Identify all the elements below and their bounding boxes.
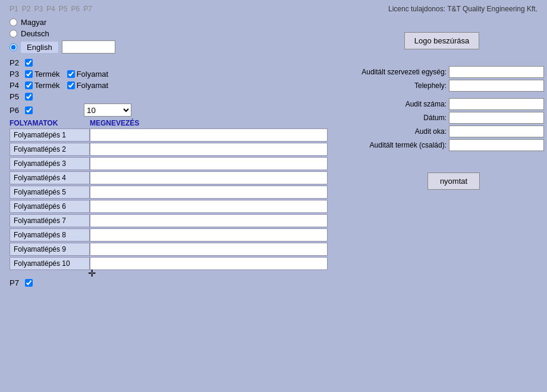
p4-termek-checkbox[interactable] — [25, 81, 33, 89]
col-megnevezes-header: MEGNEVEZÉS — [90, 119, 139, 127]
table-row: Folyamatlépés 9 — [10, 243, 328, 256]
nav-p1: P1 — [10, 5, 18, 13]
process-table: Folyamatlépés 1 Folyamatlépés 2 Folyamat… — [10, 128, 328, 271]
process-label-1: Folyamatlépés 1 — [10, 128, 90, 142]
label-english: English — [21, 42, 58, 53]
audited-unit-row: Auditált szervezeti egység: — [339, 66, 544, 78]
english-text-input[interactable] — [62, 40, 115, 54]
table-row: Folyamatlépés 5 — [10, 186, 328, 199]
datum-row: Dátum: — [339, 112, 544, 124]
radio-deutsch[interactable] — [10, 30, 17, 37]
logo-button[interactable]: Logo beszúrása — [404, 32, 480, 49]
p3-row: P3 Termék Folyamat — [10, 70, 328, 79]
auditalt-termek-label: Auditált termék (család): — [339, 141, 447, 149]
p2-checkbox[interactable] — [25, 59, 33, 67]
language-deutsch-row: Deutsch — [10, 29, 328, 38]
table-row: Folyamatlépés 2 — [10, 143, 328, 156]
nav-items: P1 P2 P3 P4 P5 P6 P7 — [10, 5, 92, 13]
process-label-9: Folyamatlépés 9 — [10, 243, 90, 256]
datum-input[interactable] — [449, 112, 544, 124]
p3-termek-item: Termék — [25, 70, 60, 79]
nav-p4: P4 — [46, 5, 55, 13]
process-label-10: Folyamatlépés 10 — [10, 257, 90, 270]
process-input-7[interactable] — [90, 214, 328, 227]
telephely-input[interactable] — [449, 80, 544, 92]
process-label-6: Folyamatlépés 6 — [10, 200, 90, 213]
p5-label: P5 — [10, 92, 21, 101]
table-section: FOLYAMATOK MEGNEVEZÉS Folyamatlépés 1 Fo… — [10, 119, 328, 271]
table-row: Folyamatlépés 4 — [10, 171, 328, 184]
process-label-3: Folyamatlépés 3 — [10, 157, 90, 170]
nav-p3: P3 — [34, 5, 43, 13]
audit-oka-input[interactable] — [449, 126, 544, 137]
audited-unit-input[interactable] — [449, 66, 544, 78]
col-folyamatok-header: FOLYAMATOK — [10, 119, 90, 127]
p6-checkbox[interactable] — [25, 106, 33, 114]
audit-szama-input[interactable] — [449, 98, 544, 110]
p3-label: P3 — [10, 70, 21, 79]
p-rows: P2 P3 Termék Folyamat — [10, 58, 328, 117]
form-fields: Auditált szervezeti egység: Telephely: A… — [339, 66, 544, 151]
process-input-2[interactable] — [90, 143, 328, 156]
process-input-1[interactable] — [90, 128, 328, 142]
p3-folyamat-checkbox[interactable] — [67, 70, 75, 78]
process-input-10[interactable] — [90, 257, 328, 270]
p4-row: P4 Termék Folyamat — [10, 81, 328, 90]
print-button[interactable]: nyomtat — [427, 173, 480, 190]
table-header: FOLYAMATOK MEGNEVEZÉS — [10, 119, 328, 127]
p7-checkbox[interactable] — [25, 279, 33, 287]
radio-magyar[interactable] — [10, 18, 17, 26]
nav-p7: P7 — [83, 5, 92, 13]
p3-termek-checkbox[interactable] — [25, 70, 33, 78]
p4-termek-item: Termék — [25, 81, 60, 90]
p6-label: P6 — [10, 106, 21, 115]
process-input-9[interactable] — [90, 243, 328, 256]
audited-unit-label: Auditált szervezeti egység: — [339, 68, 447, 76]
label-deutsch: Deutsch — [21, 29, 49, 38]
p6-dropdown[interactable]: 5 10 15 20 — [84, 104, 131, 117]
p5-checkbox[interactable] — [25, 93, 33, 101]
p4-folyamat-item: Folyamat — [67, 81, 108, 90]
nav-p5: P5 — [59, 5, 68, 13]
licenc-text: Licenc tulajdonos: T&T Quality Engineeri… — [388, 5, 537, 13]
auditalt-termek-row: Auditált termék (család): — [339, 139, 544, 151]
table-row: Folyamatlépés 8 — [10, 228, 328, 242]
nav-p2: P2 — [22, 5, 31, 13]
table-row: Folyamatlépés 3 — [10, 157, 328, 170]
process-input-6[interactable] — [90, 200, 328, 213]
auditalt-termek-input[interactable] — [449, 139, 544, 151]
process-input-3[interactable] — [90, 157, 328, 170]
process-input-5[interactable] — [90, 186, 328, 199]
process-label-5: Folyamatlépés 5 — [10, 186, 90, 199]
table-row: Folyamatlépés 6 — [10, 200, 328, 213]
process-input-4[interactable] — [90, 171, 328, 184]
p7-row: P7 — [10, 278, 328, 287]
p3-termek-label: Termék — [34, 70, 60, 79]
table-row: Folyamatlépés 7 — [10, 214, 328, 227]
process-label-8: Folyamatlépés 8 — [10, 228, 90, 242]
telephely-row: Telephely: — [339, 80, 544, 92]
audit-szama-row: Audit száma: — [339, 98, 544, 110]
datum-label: Dátum: — [339, 114, 447, 122]
language-english-row: English — [10, 40, 328, 54]
radio-english[interactable] — [10, 43, 17, 51]
audit-oka-row: Audit oka: — [339, 126, 544, 137]
p4-termek-label: Termék — [34, 81, 60, 90]
process-label-7: Folyamatlépés 7 — [10, 214, 90, 227]
process-label-2: Folyamatlépés 2 — [10, 143, 90, 156]
audit-oka-label: Audit oka: — [339, 127, 447, 136]
left-panel: Magyar Deutsch English P2 P3 — [10, 18, 328, 287]
nav-p6: P6 — [71, 5, 80, 13]
process-label-4: Folyamatlépés 4 — [10, 171, 90, 184]
right-panel: Logo beszúrása Auditált szervezeti egysé… — [339, 18, 544, 287]
p4-folyamat-label: Folyamat — [77, 81, 108, 90]
p4-checkboxes: Termék Folyamat — [25, 81, 108, 90]
p5-row: P5 — [10, 92, 328, 101]
process-input-8[interactable] — [90, 228, 328, 242]
language-magyar-row: Magyar — [10, 18, 328, 27]
p4-folyamat-checkbox[interactable] — [67, 81, 75, 89]
p3-folyamat-label: Folyamat — [77, 70, 108, 79]
language-section: Magyar Deutsch English — [10, 18, 328, 54]
label-magyar: Magyar — [21, 18, 46, 27]
p2-label: P2 — [10, 58, 21, 67]
